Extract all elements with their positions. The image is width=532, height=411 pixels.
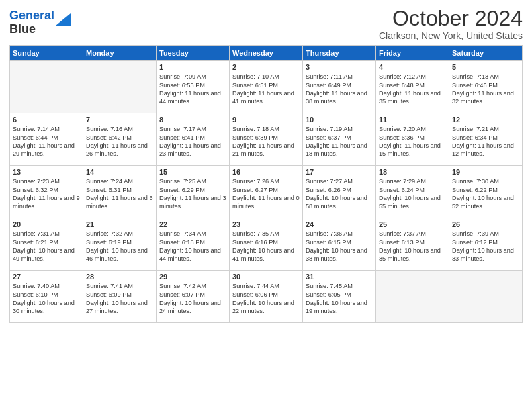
calendar-cell: 26Sunrise: 7:39 AMSunset: 6:12 PMDayligh… (449, 218, 523, 271)
day-number: 22 (159, 220, 226, 228)
cell-detail-line: Sunrise: 7:29 AM (379, 177, 446, 185)
cell-detail-line: Sunrise: 7:27 AM (306, 177, 373, 185)
cell-detail-line: Sunset: 6:06 PM (232, 291, 300, 299)
cell-detail-line: Sunset: 6:51 PM (232, 81, 300, 89)
cell-detail-line: Daylight: 10 hours and 41 minutes. (232, 246, 300, 263)
cell-details: Sunrise: 7:37 AMSunset: 6:13 PMDaylight:… (379, 230, 446, 263)
calendar-cell: 10Sunrise: 7:19 AMSunset: 6:37 PMDayligh… (303, 113, 376, 166)
calendar-week-row: 1Sunrise: 7:09 AMSunset: 6:53 PMDaylight… (10, 61, 523, 113)
day-number: 6 (13, 116, 80, 124)
weekday-header-friday: Friday (376, 46, 449, 61)
day-number: 28 (86, 273, 153, 281)
day-number: 16 (232, 168, 300, 176)
cell-detail-line: Sunrise: 7:24 AM (86, 177, 153, 185)
calendar-table: SundayMondayTuesdayWednesdayThursdayFrid… (9, 45, 523, 323)
cell-details: Sunrise: 7:24 AMSunset: 6:31 PMDaylight:… (86, 177, 153, 211)
cell-details: Sunrise: 7:45 AMSunset: 6:05 PMDaylight:… (306, 282, 373, 316)
day-number: 27 (13, 273, 80, 281)
day-number: 14 (86, 168, 153, 176)
day-number: 29 (159, 273, 226, 281)
cell-detail-line: Sunset: 6:53 PM (159, 81, 226, 89)
cell-detail-line: Sunrise: 7:09 AM (159, 73, 226, 81)
cell-detail-line: Sunrise: 7:41 AM (86, 282, 153, 290)
calendar-cell: 6Sunrise: 7:14 AMSunset: 6:44 PMDaylight… (10, 113, 83, 166)
cell-detail-line: Sunrise: 7:21 AM (452, 125, 519, 133)
day-number: 19 (452, 168, 519, 176)
logo-icon (56, 13, 71, 26)
calendar-cell: 4Sunrise: 7:12 AMSunset: 6:48 PMDaylight… (376, 61, 449, 113)
cell-details: Sunrise: 7:23 AMSunset: 6:32 PMDaylight:… (13, 177, 80, 211)
day-number: 4 (379, 63, 446, 71)
cell-detail-line: Sunset: 6:29 PM (159, 186, 226, 194)
cell-detail-line: Daylight: 10 hours and 52 minutes. (452, 194, 519, 211)
main-container: General Blue October 2024 Clarkson, New … (0, 0, 532, 330)
cell-details: Sunrise: 7:16 AMSunset: 6:42 PMDaylight:… (86, 125, 153, 158)
cell-detail-line: Daylight: 10 hours and 19 minutes. (306, 299, 373, 316)
calendar-cell: 21Sunrise: 7:32 AMSunset: 6:19 PMDayligh… (83, 218, 157, 271)
cell-detail-line: Sunset: 6:16 PM (232, 238, 300, 246)
day-number: 12 (452, 116, 519, 124)
cell-details: Sunrise: 7:11 AMSunset: 6:49 PMDaylight:… (306, 73, 373, 106)
cell-detail-line: Sunset: 6:41 PM (159, 134, 226, 142)
cell-detail-line: Sunrise: 7:31 AM (13, 230, 80, 238)
cell-detail-line: Daylight: 11 hours and 0 minutes. (232, 194, 300, 211)
cell-details: Sunrise: 7:39 AMSunset: 6:12 PMDaylight:… (452, 230, 519, 263)
cell-detail-line: Sunrise: 7:23 AM (13, 177, 80, 185)
cell-detail-line: Sunset: 6:19 PM (86, 238, 153, 246)
svg-marker-0 (56, 13, 71, 26)
day-number: 3 (306, 63, 373, 71)
cell-detail-line: Daylight: 10 hours and 24 minutes. (159, 299, 226, 316)
cell-detail-line: Sunset: 6:39 PM (232, 134, 300, 142)
calendar-cell: 7Sunrise: 7:16 AMSunset: 6:42 PMDaylight… (83, 113, 157, 166)
cell-detail-line: Daylight: 11 hours and 35 minutes. (379, 89, 446, 106)
cell-detail-line: Sunset: 6:46 PM (452, 81, 519, 89)
cell-detail-line: Daylight: 10 hours and 58 minutes. (306, 194, 373, 211)
cell-detail-line: Daylight: 11 hours and 41 minutes. (232, 89, 300, 106)
cell-details: Sunrise: 7:30 AMSunset: 6:22 PMDaylight:… (452, 177, 519, 211)
cell-details: Sunrise: 7:18 AMSunset: 6:39 PMDaylight:… (232, 125, 300, 158)
day-number: 20 (13, 220, 80, 228)
cell-details: Sunrise: 7:34 AMSunset: 6:18 PMDaylight:… (159, 230, 226, 263)
day-number: 2 (232, 63, 300, 71)
cell-detail-line: Daylight: 11 hours and 29 minutes. (13, 142, 80, 158)
weekday-header-wednesday: Wednesday (230, 46, 303, 61)
cell-details: Sunrise: 7:10 AMSunset: 6:51 PMDaylight:… (232, 73, 300, 106)
calendar-cell: 28Sunrise: 7:41 AMSunset: 6:09 PMDayligh… (83, 271, 157, 323)
cell-detail-line: Sunrise: 7:45 AM (306, 282, 373, 290)
day-number: 25 (379, 220, 446, 228)
calendar-cell: 9Sunrise: 7:18 AMSunset: 6:39 PMDaylight… (230, 113, 303, 166)
day-number: 30 (232, 273, 300, 281)
calendar-cell: 2Sunrise: 7:10 AMSunset: 6:51 PMDaylight… (230, 61, 303, 113)
cell-details: Sunrise: 7:14 AMSunset: 6:44 PMDaylight:… (13, 125, 80, 158)
cell-details: Sunrise: 7:26 AMSunset: 6:27 PMDaylight:… (232, 177, 300, 211)
cell-detail-line: Daylight: 10 hours and 44 minutes. (159, 246, 226, 263)
cell-detail-line: Sunrise: 7:17 AM (159, 125, 226, 133)
cell-details: Sunrise: 7:29 AMSunset: 6:24 PMDaylight:… (379, 177, 446, 211)
cell-detail-line: Sunrise: 7:25 AM (159, 177, 226, 185)
weekday-header-thursday: Thursday (303, 46, 376, 61)
cell-detail-line: Sunset: 6:18 PM (159, 238, 226, 246)
day-number: 21 (86, 220, 153, 228)
cell-details: Sunrise: 7:27 AMSunset: 6:26 PMDaylight:… (306, 177, 373, 211)
calendar-cell (449, 271, 523, 323)
cell-detail-line: Sunset: 6:44 PM (13, 134, 80, 142)
cell-detail-line: Sunset: 6:12 PM (452, 238, 519, 246)
calendar-cell: 27Sunrise: 7:40 AMSunset: 6:10 PMDayligh… (10, 271, 83, 323)
day-number: 18 (379, 168, 446, 176)
calendar-cell: 14Sunrise: 7:24 AMSunset: 6:31 PMDayligh… (83, 166, 157, 218)
cell-detail-line: Sunset: 6:37 PM (306, 134, 373, 142)
calendar-cell: 12Sunrise: 7:21 AMSunset: 6:34 PMDayligh… (449, 113, 523, 166)
day-number: 1 (159, 63, 226, 71)
cell-detail-line: Daylight: 10 hours and 46 minutes. (86, 246, 153, 263)
calendar-cell: 19Sunrise: 7:30 AMSunset: 6:22 PMDayligh… (449, 166, 523, 218)
calendar-cell: 5Sunrise: 7:13 AMSunset: 6:46 PMDaylight… (449, 61, 523, 113)
cell-detail-line: Sunset: 6:48 PM (379, 81, 446, 89)
calendar-week-row: 27Sunrise: 7:40 AMSunset: 6:10 PMDayligh… (10, 271, 523, 323)
calendar-cell: 30Sunrise: 7:44 AMSunset: 6:06 PMDayligh… (230, 271, 303, 323)
cell-detail-line: Daylight: 11 hours and 38 minutes. (306, 89, 373, 106)
cell-detail-line: Sunrise: 7:18 AM (232, 125, 300, 133)
cell-detail-line: Sunrise: 7:11 AM (306, 73, 373, 81)
cell-detail-line: Sunrise: 7:40 AM (13, 282, 80, 290)
cell-details: Sunrise: 7:17 AMSunset: 6:41 PMDaylight:… (159, 125, 226, 158)
header: General Blue October 2024 Clarkson, New … (9, 7, 523, 41)
